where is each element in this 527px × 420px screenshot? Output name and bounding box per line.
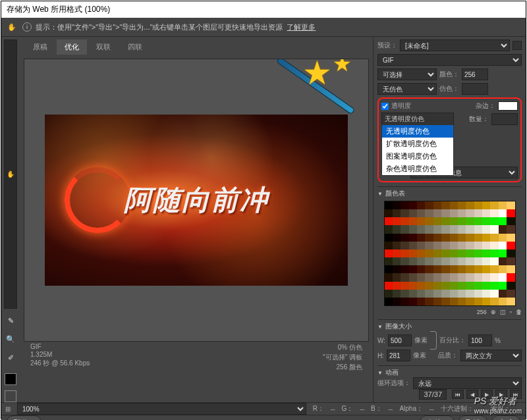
preview-button[interactable]: 预览...: [7, 415, 42, 420]
dither-amount[interactable]: [462, 83, 488, 95]
chevron-down-icon[interactable]: ▼: [377, 191, 383, 197]
preset-select[interactable]: [未命名]: [400, 39, 510, 51]
highlighted-region: 透明度 杂边： 无透明度仿色 无透明度仿色 扩散透明度仿色 图案透明度仿色 杂色…: [377, 97, 522, 182]
done-button[interactable]: 完成: [491, 415, 520, 420]
star-icon: ★: [333, 59, 352, 76]
save-button[interactable]: 存储...: [420, 415, 455, 420]
frame-counter: 37/37: [419, 389, 447, 400]
next-frame-icon[interactable]: ▶: [495, 390, 507, 399]
transparency-checkbox[interactable]: [381, 103, 389, 110]
link-icon[interactable]: [430, 331, 437, 350]
dither-select[interactable]: 无仿色: [377, 83, 437, 95]
crescent-graphic: [65, 167, 130, 233]
reduction-select[interactable]: 可选择: [377, 68, 437, 80]
info-icon: i: [22, 22, 32, 32]
dropdown-option[interactable]: 图案透明度仿色: [382, 150, 453, 163]
last-frame-icon[interactable]: ⏭: [510, 390, 522, 399]
play-icon[interactable]: ▶: [481, 390, 493, 399]
bottom-bar: 预览... 存储... 取消 完成: [1, 415, 526, 420]
slice-visibility-icon[interactable]: [5, 390, 16, 402]
hint-bar: ✋ i 提示：使用"文件">"导出">"导出为..."或右键单击某个图层可更快速…: [1, 18, 526, 37]
zoom-tool[interactable]: 🔍: [4, 332, 17, 346]
tab-original[interactable]: 原稿: [25, 39, 55, 55]
colors-input[interactable]: [462, 68, 488, 80]
preview-image: 阿随向前冲: [45, 115, 348, 286]
hand-tool[interactable]: ✋: [4, 39, 17, 309]
window-title: 存储为 Web 所用格式 (100%): [1, 1, 526, 18]
transparency-dither-dropdown: 无透明度仿色 扩散透明度仿色 图案透明度仿色 杂色透明度仿色: [381, 124, 454, 176]
first-frame-icon[interactable]: ⏮: [452, 390, 464, 399]
height-input[interactable]: [387, 350, 410, 361]
hand-icon: ✋: [5, 20, 18, 34]
lock-icon[interactable]: ⊕: [491, 309, 496, 315]
learn-more-link[interactable]: 了解更多: [287, 22, 316, 32]
tab-optimized[interactable]: 优化: [57, 39, 87, 55]
hint-text: 提示：使用"文件">"导出">"导出为..."或右键单击某个图层可更快速地导出资…: [36, 22, 283, 32]
matte-swatch[interactable]: [498, 101, 518, 111]
transparency-dither-select[interactable]: 无透明度仿色 无透明度仿色 扩散透明度仿色 图案透明度仿色 杂色透明度仿色: [381, 113, 454, 126]
percent-input[interactable]: [468, 334, 492, 346]
zoom-select[interactable]: 100%: [17, 403, 306, 415]
eyedropper-tool[interactable]: ✐: [4, 351, 17, 364]
preview-text: 阿随向前冲: [124, 182, 269, 219]
trans-dither-amount[interactable]: [491, 113, 518, 125]
preview-canvas[interactable]: 阿随向前冲 ★ ★: [24, 59, 369, 342]
dropdown-option[interactable]: 无透明度仿色: [382, 125, 453, 138]
chevron-down-icon[interactable]: ▼: [377, 370, 383, 376]
color-swatch[interactable]: [5, 373, 16, 385]
star-icon: ★: [302, 59, 332, 92]
view-tabs: 原稿 优化 双联 四联: [20, 37, 373, 55]
tool-column: ✋ ✎ 🔍 ✐: [1, 37, 20, 402]
color-table[interactable]: [384, 201, 516, 306]
preview-info: GIF 1.325M 246 秒 @ 56.6 Kbps 0% 仿色 "可选择"…: [24, 342, 369, 373]
cancel-button[interactable]: 取消: [458, 415, 487, 420]
dropdown-option[interactable]: 杂色透明度仿色: [382, 163, 453, 175]
preset-label: 预设：: [377, 41, 397, 50]
format-select[interactable]: GIF: [377, 54, 522, 66]
new-icon[interactable]: ▫: [510, 309, 512, 315]
quality-select[interactable]: 两次立方: [460, 350, 522, 361]
status-bar: ⊞ 100% R：-- G：-- B：-- Alpha：-- 十六进制：-- 索…: [1, 402, 526, 415]
prev-frame-icon[interactable]: ◀: [466, 390, 478, 399]
dropdown-option[interactable]: 扩散透明度仿色: [382, 138, 453, 150]
tab-4up[interactable]: 四联: [120, 39, 150, 55]
tab-2up[interactable]: 双联: [88, 39, 119, 55]
width-input[interactable]: [388, 334, 412, 346]
options-panel: 预设： [未命名] GIF 可选择 颜色： 无仿色 仿色： 透明度: [373, 37, 526, 402]
slice-tool[interactable]: ✎: [4, 314, 17, 327]
trash-icon[interactable]: 🗑: [516, 309, 522, 315]
loop-select[interactable]: 永远: [413, 377, 522, 389]
chevron-down-icon[interactable]: ▼: [377, 324, 383, 330]
map-icon[interactable]: ◫: [500, 309, 506, 315]
preset-menu-icon[interactable]: [513, 41, 522, 50]
